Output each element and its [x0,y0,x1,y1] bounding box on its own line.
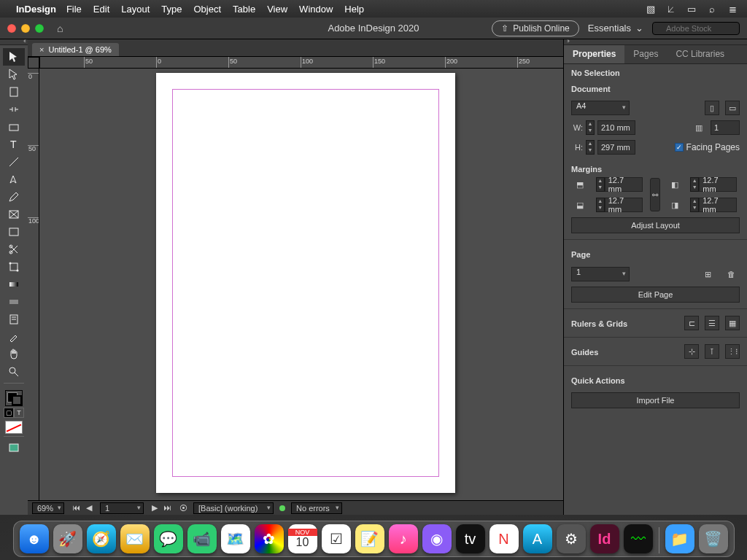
hand-tool[interactable] [3,346,25,363]
open-nav-icon[interactable]: ⦿ [179,504,187,513]
dock-app-safari[interactable]: 🧭 [87,524,116,553]
margin-top-stepper[interactable]: ▲▼ [596,177,605,192]
width-stepper[interactable]: ▲▼ [586,120,595,135]
tab-pages[interactable]: Pages [624,45,667,63]
document-grid-button[interactable]: ▦ [725,316,740,330]
gap-tool[interactable] [3,101,25,118]
dock-app-calendar[interactable]: NOV10 [288,524,317,553]
content-collector-tool[interactable] [3,118,25,136]
page-number-select[interactable]: 1 [571,267,630,281]
margin-bottom-stepper[interactable]: ▲▼ [596,198,605,212]
rectangle-frame-tool[interactable] [3,206,25,223]
menu-edit[interactable]: Edit [93,4,109,15]
workspace-switcher[interactable]: Essentials ⌄ [588,23,643,34]
scissors-tool[interactable] [3,241,25,258]
fill-stroke-swatch[interactable] [5,390,23,406]
dock-app-news[interactable]: N [489,524,519,553]
snap-guides-button[interactable]: ⊹ [684,344,699,359]
next-page-button[interactable]: ▶ [150,503,160,513]
dock-app-appstore[interactable]: A [523,524,552,553]
publish-online-button[interactable]: ⇧ Publish Online [492,20,578,36]
menu-view[interactable]: View [267,4,287,15]
app-name[interactable]: InDesign [16,4,56,15]
link-margins-toggle[interactable]: ⚯ [650,178,660,211]
delete-page-icon[interactable]: 🗑 [722,266,740,282]
baseline-grid-button[interactable]: ☰ [705,316,719,330]
eyedropper-tool[interactable] [3,328,25,346]
note-tool[interactable] [3,311,25,328]
dock-app-mail[interactable]: ✉️ [120,524,150,553]
cc-status-icon[interactable]: ▧ [643,3,658,15]
dock-app-notes[interactable]: 📝 [355,524,384,553]
margin-bottom-field[interactable]: 12.7 mm [605,198,643,212]
height-field[interactable]: 297 mm [597,140,635,155]
tab-properties[interactable]: Properties [564,45,624,63]
dock-app-maps[interactable]: 🗺️ [221,524,250,553]
smart-guides-button[interactable]: ⊺ [705,344,719,359]
tools-collapse-handle[interactable] [0,39,28,45]
menu-layout[interactable]: Layout [121,4,150,15]
search-icon[interactable]: ⌕ [705,3,719,15]
type-tool[interactable]: T [3,136,25,153]
dock-app-finder[interactable]: ☻ [20,524,49,553]
color-apply-mode[interactable]: ▢T [4,408,24,418]
preflight-profile-combo[interactable]: [Basic] (working) [193,502,274,514]
horizontal-ruler[interactable]: 0 50 50 100 150 200 250 [39,57,563,68]
free-transform-tool[interactable] [3,258,25,276]
apply-none-swatch[interactable] [5,421,23,434]
ruler-origin[interactable] [28,57,39,69]
dock-app-settings[interactable]: ⚙︎ [557,524,586,553]
menu-help[interactable]: Help [344,4,364,15]
orientation-landscape-button[interactable]: ▭ [725,101,740,115]
first-page-button[interactable]: ⏮ [70,503,82,513]
dock-app-music[interactable]: ♪ [389,524,418,553]
zoom-window-button[interactable] [35,24,44,33]
gradient-feather-tool[interactable] [3,293,25,311]
document-page[interactable] [156,73,455,493]
menu-type[interactable]: Type [161,4,182,15]
page-preset-select[interactable]: A4 [571,101,630,115]
margin-right-field[interactable]: 12.7 mm [699,198,737,212]
guides-options-button[interactable]: ⋮⁝ [725,344,740,359]
dock-app-podcasts[interactable]: ◉ [422,524,452,553]
pen-tool[interactable] [3,171,25,188]
direct-selection-tool[interactable] [3,66,25,83]
selection-tool[interactable] [3,48,25,66]
import-file-button[interactable]: Import File [571,392,740,408]
height-stepper[interactable]: ▲▼ [586,140,595,155]
menu-list-icon[interactable]: ≣ [725,3,740,15]
last-page-button[interactable]: ⏭ [161,503,174,513]
margin-right-stepper[interactable]: ▲▼ [690,198,699,212]
margin-top-field[interactable]: 12.7 mm [605,177,643,192]
dock-app-activity[interactable]: 〰 [624,524,653,553]
pencil-tool[interactable] [3,188,25,206]
columns-field[interactable]: 1 [711,120,740,135]
page-combo[interactable]: 1 [100,502,144,514]
dock-app-launchpad[interactable]: 🚀 [53,524,82,553]
home-icon[interactable]: ⌂ [57,23,63,34]
menu-table[interactable]: Table [233,4,255,15]
dock-trash[interactable]: 🗑️ [699,524,728,553]
menu-file[interactable]: File [66,4,82,15]
new-page-icon[interactable]: ⊞ [699,266,716,282]
dock-folder[interactable]: 📁 [665,524,694,553]
margin-left-stepper[interactable]: ▲▼ [690,177,699,192]
gradient-swatch-tool[interactable] [3,276,25,293]
line-tool[interactable] [3,153,25,171]
width-field[interactable]: 210 mm [597,120,635,135]
prev-page-button[interactable]: ◀ [84,503,94,513]
rectangle-tool[interactable] [3,223,25,241]
zoom-combo[interactable]: 69% [32,502,64,514]
orientation-portrait-button[interactable]: ▯ [705,101,719,115]
arrange-icon[interactable]: ⟀ [664,3,678,15]
preflight-errors-combo[interactable]: No errors [291,502,342,514]
canvas[interactable] [39,69,563,500]
dock-app-photos[interactable]: ✿ [255,524,284,553]
page-tool[interactable] [3,83,25,101]
minimize-window-button[interactable] [21,24,30,33]
adobe-stock-search[interactable] [652,22,740,35]
menu-object[interactable]: Object [194,4,222,15]
margin-left-field[interactable]: 12.7 mm [699,177,737,192]
dock-app-facetime[interactable]: 📹 [187,524,217,553]
document-tab[interactable]: × Untitled-1 @ 69% [32,43,119,56]
